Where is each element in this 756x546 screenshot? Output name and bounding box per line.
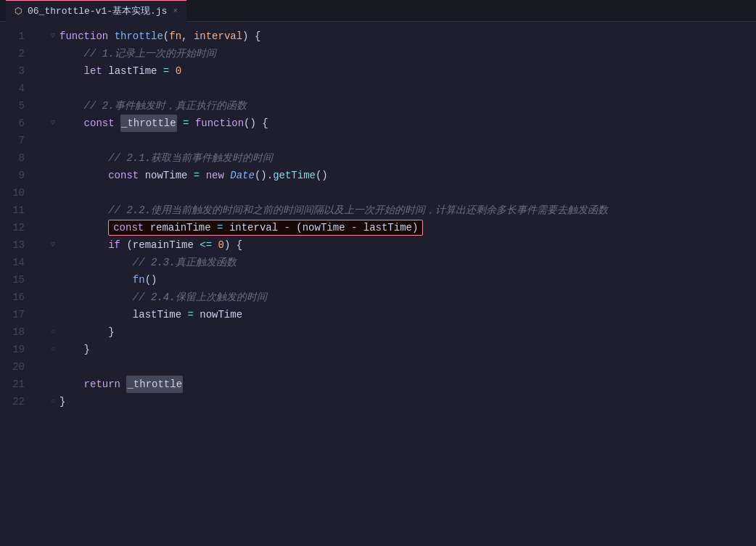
highlight-throttle-21: _throttle <box>126 376 183 393</box>
line-num-17: 17 <box>0 306 36 323</box>
line-num-11: 11 <box>0 202 36 219</box>
tab-label: 06_throttle-v1-基本实现.js <box>28 4 167 17</box>
param-interval: interval <box>194 28 242 45</box>
line-num-2: 2 <box>0 45 36 62</box>
func-name-throttle: throttle <box>115 28 163 45</box>
var-nowTime-17: nowTime <box>200 306 242 323</box>
fold-icon-1[interactable]: ▽ <box>48 31 58 41</box>
line-num-12: 12 <box>0 219 36 236</box>
comment-line-11: // 2.2.使用当前触发的时间和之前的时间间隔以及上一次开始的时间，计算出还剩… <box>108 202 608 219</box>
line-num-22: 22 <box>0 393 36 410</box>
code-line-11: // 2.2.使用当前触发的时间和之前的时间间隔以及上一次开始的时间，计算出还剩… <box>48 202 756 219</box>
fold-icon-22[interactable]: ○ <box>48 397 58 407</box>
fold-icon-18[interactable]: ○ <box>48 327 58 337</box>
code-line-19: ○ } <box>48 341 756 358</box>
keyword-let-3: let <box>84 62 102 80</box>
code-line-3: let lastTime = 0 <box>48 62 756 80</box>
title-bar: ⬡ 06_throttle-v1-基本实现.js × <box>0 0 756 22</box>
var-lastTime-17: lastTime <box>133 306 181 323</box>
line-num-16: 16 <box>0 289 36 306</box>
keyword-function-1: function <box>59 28 108 45</box>
close-brace-22: } <box>59 393 65 410</box>
line-num-9: 9 <box>0 167 36 184</box>
line-num-8: 8 <box>0 149 36 167</box>
close-brace-19: } <box>84 341 90 358</box>
editor-area: 1 2 3 4 5 6 7 8 9 10 11 12 13 14 15 16 1… <box>0 22 756 546</box>
code-line-10 <box>48 184 756 202</box>
line-num-13: 13 <box>0 236 36 254</box>
code-line-8: // 2.1.获取当前事件触发时的时间 <box>48 149 756 167</box>
line-num-7: 7 <box>0 132 36 149</box>
code-line-7 <box>48 132 756 149</box>
code-line-2: // 1.记录上一次的开始时间 <box>48 45 756 62</box>
fold-icon-19[interactable]: ○ <box>48 344 58 355</box>
line-num-14: 14 <box>0 254 36 271</box>
code-line-22: ○ } <box>48 393 756 410</box>
class-Date: Date <box>230 167 255 184</box>
code-line-5: // 2.事件触发时，真正执行的函数 <box>48 97 756 115</box>
code-line-20 <box>48 358 756 376</box>
comment-line-14: // 2.3.真正触发函数 <box>133 254 237 271</box>
method-getTime: getTime <box>273 167 316 184</box>
line-num-15: 15 <box>0 271 36 289</box>
var-nowTime: nowTime <box>145 167 188 184</box>
comment-line-2: // 1.记录上一次的开始时间 <box>84 45 216 62</box>
fold-icon-6[interactable]: ▽ <box>48 118 58 128</box>
comment-line-16: // 2.4.保留上次触发的时间 <box>133 289 267 306</box>
code-line-4 <box>48 80 756 97</box>
keyword-if-13: if <box>108 236 120 254</box>
js-file-icon: ⬡ <box>15 6 22 17</box>
file-tab[interactable]: ⬡ 06_throttle-v1-基本实现.js × <box>6 0 186 22</box>
call-fn-15: fn <box>133 271 145 289</box>
line-num-20: 20 <box>0 358 36 376</box>
line-num-18: 18 <box>0 323 36 341</box>
code-line-16: // 2.4.保留上次触发的时间 <box>48 289 756 306</box>
line-num-21: 21 <box>0 376 36 393</box>
line-num-10: 10 <box>0 184 36 202</box>
line-num-6: 6 <box>0 115 36 132</box>
line-num-1: 1 <box>0 28 36 45</box>
comment-line-8: // 2.1.获取当前事件触发时的时间 <box>108 149 273 167</box>
code-line-6: ▽ const _throttle = function() { <box>48 115 756 132</box>
param-fn: fn <box>169 28 181 45</box>
keyword-new-9: new <box>206 167 224 184</box>
code-line-13: ▽ if (remainTime <= 0) { <box>48 236 756 254</box>
code-line-9: const nowTime = new Date().getTime() <box>48 167 756 184</box>
code-line-12: const remainTime = interval - (nowTime -… <box>48 219 756 236</box>
keyword-const-6: const <box>84 115 115 132</box>
number-0: 0 <box>176 62 181 80</box>
line-numbers: 1 2 3 4 5 6 7 8 9 10 11 12 13 14 15 16 1… <box>0 22 36 546</box>
code-line-14: // 2.3.真正触发函数 <box>48 254 756 271</box>
line-num-5: 5 <box>0 97 36 115</box>
fold-icon-13[interactable]: ▽ <box>48 240 58 250</box>
code-line-21: return _throttle <box>48 376 756 393</box>
var-remainTime-13: remainTime <box>133 236 194 254</box>
line-num-19: 19 <box>0 341 36 358</box>
code-line-1: ▽ function throttle(fn, interval) { <box>48 28 756 45</box>
highlighted-code-box: const remainTime = interval - (nowTime -… <box>108 220 423 236</box>
line-num-4: 4 <box>0 80 36 97</box>
keyword-const-9: const <box>108 167 139 184</box>
code-line-17: lastTime = nowTime <box>48 306 756 323</box>
code-content: ▽ function throttle(fn, interval) { // 1… <box>36 22 756 546</box>
comment-line-5: // 2.事件触发时，真正执行的函数 <box>84 97 247 115</box>
close-brace-18: } <box>108 323 114 341</box>
var-lastTime: lastTime <box>108 62 157 80</box>
line-num-3: 3 <box>0 62 36 80</box>
code-line-15: fn() <box>48 271 756 289</box>
tab-close-button[interactable]: × <box>173 7 178 15</box>
code-line-18: ○ } <box>48 323 756 341</box>
keyword-return-21: return <box>84 376 120 393</box>
keyword-function-6: function <box>195 115 244 132</box>
highlight-throttle-6: _throttle <box>120 115 177 132</box>
